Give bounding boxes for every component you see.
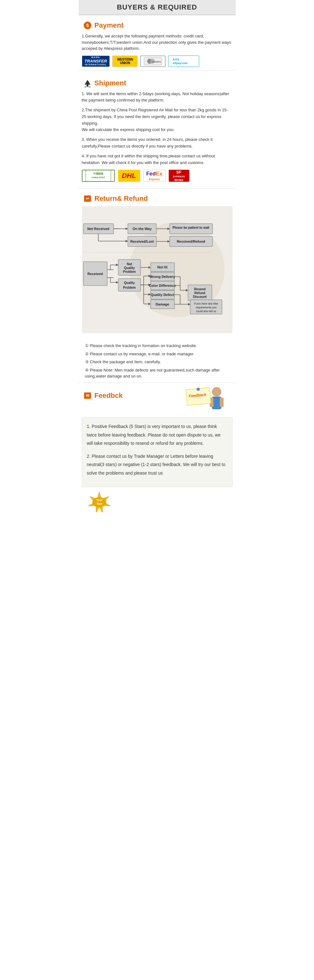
shipment-point-4: 4. If you have not got it within the shi… xyxy=(82,153,233,166)
svg-text:Quality: Quality xyxy=(124,266,135,270)
svg-text:Refund: Refund xyxy=(194,291,205,295)
svg-rect-10 xyxy=(87,84,89,86)
refund-notes: ① Please check the tracking in formation… xyxy=(82,343,233,379)
payment-icon: $ xyxy=(83,21,92,30)
svg-text:Quality: Quality xyxy=(124,281,135,285)
page-header: BUYERS & REQUIRED xyxy=(79,0,236,15)
svg-text:Received/Refund: Received/Refund xyxy=(177,240,205,243)
western-union-logo: WESTERN UNION xyxy=(112,56,138,67)
shipment-title: Shipment xyxy=(95,79,126,87)
gold-badge-area: Your Text xyxy=(82,490,233,514)
shipment-point-1: 1. We will sent the items within 2-5days… xyxy=(82,91,233,104)
svg-text:$: $ xyxy=(86,23,89,28)
svg-text:On the Way: On the Way xyxy=(132,227,152,231)
svg-rect-105 xyxy=(220,398,224,407)
svg-marker-9 xyxy=(84,80,90,84)
svg-text:CHINA POST: CHINA POST xyxy=(91,177,105,179)
svg-text:Not Received: Not Received xyxy=(87,227,109,231)
feedback-section: ✉ Feedbck Feedback xyxy=(79,385,236,514)
svg-text:支付宝: 支付宝 xyxy=(172,58,179,60)
svg-text:Received: Received xyxy=(87,272,102,276)
shipment-section: Shipment 1. We will sent the items withi… xyxy=(79,73,236,186)
flowchart: Not Received On the Way Please be patien… xyxy=(82,206,233,339)
dhl-logo: DHL xyxy=(118,170,140,182)
svg-text:Your: Your xyxy=(96,498,102,501)
svg-text:中国邮政: 中国邮政 xyxy=(93,172,104,175)
svg-rect-11 xyxy=(84,87,86,87)
svg-text:Received/Lost: Received/Lost xyxy=(130,240,154,243)
fedex-logo: FedEx Express xyxy=(143,170,166,182)
svg-text:Color Difference: Color Difference xyxy=(149,284,176,288)
shipment-point-2: 2.The shipment by China Post Registered … xyxy=(82,107,233,133)
refund-icon: ↩ xyxy=(83,194,92,203)
svg-rect-13 xyxy=(86,170,111,181)
svg-text:Problem: Problem xyxy=(123,286,135,290)
payment-logos: BANK TRANSFER INTERNATIONAL WESTERN UNIO… xyxy=(82,56,233,67)
svg-text:If you have any else: If you have any else xyxy=(194,302,218,305)
svg-text:Alipay.com: Alipay.com xyxy=(173,62,187,65)
divider-3 xyxy=(79,383,236,383)
sf-express-logo: SF EXPRESS 顺丰速运 xyxy=(169,170,189,182)
svg-point-108 xyxy=(197,388,200,391)
moneybookers-logo: bookers xyxy=(140,56,166,67)
svg-text:requirements you: requirements you xyxy=(196,306,217,309)
svg-text:Not: Not xyxy=(127,262,132,266)
feedback-content-box: 1. Positive Feedback (5 Stars) is very i… xyxy=(82,417,233,487)
svg-text:Problem: Problem xyxy=(123,270,135,274)
feedback-sticky-area: Feedback xyxy=(185,385,233,414)
svg-text:Wrong Delivery: Wrong Delivery xyxy=(149,275,175,278)
payment-title: Payment xyxy=(95,21,124,30)
feedback-header-row: ✉ Feedbck Feedback xyxy=(82,385,233,414)
refund-title: Return& Refund xyxy=(95,194,148,203)
svg-rect-59 xyxy=(118,278,141,291)
svg-text:Discount: Discount xyxy=(193,295,206,299)
svg-text:Text: Text xyxy=(96,502,102,505)
payment-section: $ Payment 1.Generally, we accept the fol… xyxy=(79,21,236,67)
svg-text:Quality Defect: Quality Defect xyxy=(151,293,174,297)
refund-section: ↩ Return& Refund Not Received xyxy=(79,194,236,379)
refund-note-2: ② Please contact us by meesage, e-mail, … xyxy=(83,351,233,357)
page-title: BUYERS & REQUIRED xyxy=(79,3,236,11)
feedback-title: Feedbck xyxy=(95,391,123,400)
svg-rect-12 xyxy=(89,87,90,87)
divider-1 xyxy=(79,70,236,70)
svg-point-102 xyxy=(212,387,221,396)
svg-text:✉: ✉ xyxy=(86,393,89,398)
page-wrapper: BUYERS & REQUIRED $ Payment 1.Generally,… xyxy=(79,0,236,514)
svg-text:Resend: Resend xyxy=(194,288,205,291)
svg-text:↩: ↩ xyxy=(86,196,89,201)
feedback-point-2: 2. Please contact us by Trade Manager or… xyxy=(87,452,227,477)
svg-text:could also tell us: could also tell us xyxy=(196,310,216,313)
payment-section-title: $ Payment xyxy=(82,21,233,30)
refund-note-3: ③ Check the package and Item, carefully. xyxy=(83,359,233,365)
payment-description: 1.Generally, we accept the following pay… xyxy=(82,33,233,52)
feedback-point-1: 1. Positive Feedback (5 Stars) is very i… xyxy=(87,422,227,448)
svg-text:Not fit: Not fit xyxy=(157,265,168,269)
shipment-icon xyxy=(83,79,92,88)
refund-note-4: ④ Please Note: Men made defects are not … xyxy=(83,367,233,379)
shipment-section-title: Shipment xyxy=(82,79,233,88)
shipment-point-3: 3. When you receive the items you ordere… xyxy=(82,137,233,150)
shipping-logos: 中国邮政 CHINA POST DHL FedEx Express SF EXP… xyxy=(82,170,233,182)
refund-note-1: ① Please check the tracking in formation… xyxy=(83,343,233,349)
alipay-logo: 支付宝 Alipay.com xyxy=(168,56,199,67)
feedback-icon: ✉ xyxy=(83,391,92,400)
svg-text:Damage: Damage xyxy=(155,302,169,306)
svg-text:Please be patient to wait: Please be patient to wait xyxy=(172,226,209,229)
feedback-section-title-wrap: ✉ Feedbck xyxy=(82,391,185,400)
svg-text:bookers: bookers xyxy=(152,60,161,63)
bank-transfer-logo: BANK TRANSFER INTERNATIONAL xyxy=(82,56,110,67)
chinapost-logo: 中国邮政 CHINA POST xyxy=(82,170,115,182)
refund-section-title: ↩ Return& Refund xyxy=(82,194,233,203)
